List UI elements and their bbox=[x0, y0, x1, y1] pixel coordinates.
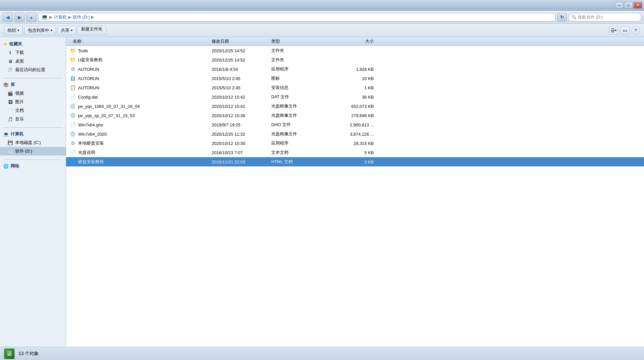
forward-button[interactable]: ▶ bbox=[15, 13, 24, 22]
table-row[interactable]: 📁 Tools 2020/12/25 14:52 文件夹 bbox=[66, 46, 644, 55]
search-input[interactable] bbox=[578, 15, 631, 20]
sidebar-item-drive-d[interactable]: 💿 软件 (D:) bbox=[0, 147, 66, 156]
file-name: U盘安装教程 bbox=[78, 57, 103, 63]
col-header-type[interactable]: 类型 bbox=[271, 38, 331, 44]
table-row[interactable]: 📄 光盘说明 2016/10/23 7:07 文本文档 5 KB bbox=[66, 148, 644, 157]
share-button[interactable]: 共享 ▾ bbox=[57, 26, 76, 35]
table-row[interactable]: 💿 Win7x64_2020 2020/12/25 11:32 光盘映像文件 3… bbox=[66, 129, 644, 139]
file-type: 文件夹 bbox=[271, 57, 331, 63]
file-date: 2020/10/12 15:36 bbox=[212, 113, 271, 118]
table-row[interactable]: 💿 pe_yqs_1064_20_07_31_16_04 2020/10/12 … bbox=[66, 102, 644, 111]
help-button[interactable]: ? bbox=[631, 26, 640, 35]
col-header-size[interactable]: 大小 bbox=[331, 38, 377, 44]
file-name: 硬盘安装教程 bbox=[78, 159, 104, 165]
sidebar-item-desktop[interactable]: 🖥 桌面 bbox=[0, 57, 66, 66]
minimize-button[interactable]: ─ bbox=[615, 2, 623, 9]
file-type: 光盘映像文件 bbox=[271, 112, 331, 118]
favorites-label: 收藏夹 bbox=[9, 41, 22, 47]
refresh-button[interactable]: ↻ bbox=[557, 13, 567, 22]
maximize-button[interactable]: □ bbox=[624, 2, 633, 9]
file-type-icon: 📄 bbox=[69, 121, 76, 128]
file-size: 10 KB bbox=[331, 76, 377, 81]
sidebar-item-drive-c[interactable]: 💾 本地磁盘 (C:) bbox=[0, 138, 66, 147]
organize-button[interactable]: 组织 ▾ bbox=[4, 26, 23, 35]
breadcrumb[interactable]: 💻 ▶ 计算机 ▶ 软件 (D:) ▶ bbox=[38, 13, 555, 22]
file-cell-name: 📋 AUTORUN bbox=[66, 84, 212, 91]
file-type: 文件夹 bbox=[271, 48, 331, 54]
file-name: Config.dat bbox=[78, 95, 98, 100]
table-row[interactable]: 🌐 硬盘安装教程 2016/11/21 22:03 HTML 文档 3 KB bbox=[66, 157, 644, 166]
file-name: AUTORUN bbox=[78, 85, 99, 90]
file-name: Tools bbox=[78, 48, 88, 53]
file-size: 36 KB bbox=[331, 95, 377, 100]
back-button[interactable]: ◀ bbox=[3, 13, 13, 22]
new-folder-button[interactable]: 新建文件夹 bbox=[77, 26, 106, 35]
file-type: DAT 文件 bbox=[271, 94, 331, 100]
table-row[interactable]: ⚙ AUTORUN 2016/1/8 4:54 应用程序 1,926 KB bbox=[66, 65, 644, 74]
library-section: 📚 库 🎬 视频 🖼 图片 📄 文档 🎵 音乐 bbox=[0, 80, 66, 123]
sidebar-item-download[interactable]: ⬇ 下载 bbox=[0, 48, 66, 57]
sidebar-item-music[interactable]: 🎵 音乐 bbox=[0, 115, 66, 123]
table-row[interactable]: 📁 U盘安装教程 2020/12/25 14:52 文件夹 bbox=[66, 55, 644, 65]
file-cell-name: 📄 Win7x64.gho bbox=[66, 121, 212, 128]
sidebar-item-doc[interactable]: 📄 文档 bbox=[0, 106, 66, 115]
main-layout: ★ 收藏夹 ⬇ 下载 🖥 桌面 ⏱ 最近访问的位置 📚 库 bbox=[0, 37, 644, 347]
table-row[interactable]: 📋 AUTORUN 2015/5/10 2:45 安装信息 1 KB bbox=[66, 83, 644, 92]
file-size: 279,696 KB bbox=[331, 113, 377, 118]
file-cell-name: ⚙ AUTORUN bbox=[66, 66, 212, 72]
file-type: 应用程序 bbox=[271, 66, 331, 72]
up-button[interactable]: ▲ bbox=[26, 13, 36, 22]
recent-label: 最近访问的位置 bbox=[15, 67, 45, 73]
library-label: 库 bbox=[11, 82, 15, 88]
file-type-icon: 📁 bbox=[69, 57, 76, 63]
preview-icon: ▭ bbox=[623, 28, 627, 33]
file-type: 图标 bbox=[271, 75, 331, 81]
table-row[interactable]: 📄 Win7x64.gho 2019/9/7 19:25 GHO 文件 2,90… bbox=[66, 120, 644, 129]
computer-label: 计算机 bbox=[11, 131, 23, 137]
breadcrumb-computer[interactable]: 计算机 bbox=[54, 14, 67, 20]
computer-section: 💻 计算机 💾 本地磁盘 (C:) 💿 软件 (D:) bbox=[0, 130, 66, 156]
drive-d-icon: 💿 bbox=[7, 148, 13, 154]
computer-header-icon: 💻 bbox=[3, 132, 9, 137]
col-header-date[interactable]: 修改日期 bbox=[212, 38, 271, 44]
file-cell-name: 💿 Win7x64_2020 bbox=[66, 131, 212, 137]
view-button[interactable]: ☰ ▾ bbox=[609, 26, 618, 35]
divider-1 bbox=[3, 78, 63, 78]
download-icon: ⬇ bbox=[7, 50, 13, 56]
address-bar: ◀ ▶ ▲ 💻 ▶ 计算机 ▶ 软件 (D:) ▶ ↻ 🔍 bbox=[0, 11, 644, 24]
sidebar-item-video[interactable]: 🎬 视频 bbox=[0, 89, 66, 98]
sidebar-item-image[interactable]: 🖼 图片 bbox=[0, 98, 66, 106]
file-date: 2020/12/25 14:52 bbox=[212, 48, 271, 53]
search-box[interactable]: 🔍 bbox=[569, 13, 641, 22]
breadcrumb-drive[interactable]: 软件 (D:) bbox=[73, 14, 90, 20]
preview-button[interactable]: ▭ bbox=[620, 26, 629, 35]
table-row[interactable]: 📄 Config.dat 2020/10/12 15:42 DAT 文件 36 … bbox=[66, 92, 644, 102]
divider-3 bbox=[3, 159, 63, 160]
file-date: 2015/5/10 2:45 bbox=[212, 85, 271, 90]
col-header-name[interactable]: 名称 bbox=[66, 38, 212, 44]
file-name: pe_yqs_1064_20_07_31_16_04 bbox=[78, 104, 140, 109]
file-type-icon: 🖼 bbox=[69, 75, 76, 82]
status-app-icon: 🖥 bbox=[4, 348, 15, 359]
table-row[interactable]: 🖼 AUTORUN 2015/5/10 2:45 图标 10 KB bbox=[66, 74, 644, 83]
file-date: 2015/5/10 2:45 bbox=[212, 76, 271, 81]
network-label: 网络 bbox=[11, 163, 19, 169]
file-list: 📁 Tools 2020/12/25 14:52 文件夹 📁 U盘安装教程 20… bbox=[66, 46, 644, 166]
network-section: 🌐 网络 bbox=[0, 162, 66, 170]
table-row[interactable]: ⚙ 本地硬盘安装 2020/10/12 15:30 应用程序 28,315 KB bbox=[66, 139, 644, 148]
file-date: 2019/9/7 19:25 bbox=[212, 122, 271, 127]
file-name: AUTORUN bbox=[78, 67, 99, 72]
view-icon: ☰ bbox=[611, 28, 615, 33]
file-type-icon: 💿 bbox=[69, 112, 76, 119]
file-size: 652,072 KB bbox=[331, 104, 377, 109]
music-icon: 🎵 bbox=[7, 116, 13, 122]
library-icon: 📚 bbox=[3, 82, 9, 87]
file-size: 3,874,126 ... bbox=[331, 132, 377, 137]
file-type: 安装信息 bbox=[271, 85, 331, 91]
sidebar-item-recent[interactable]: ⏱ 最近访问的位置 bbox=[0, 66, 66, 74]
table-row[interactable]: 💿 pe_yqs_xp_20_07_31_15_53 2020/10/12 15… bbox=[66, 111, 644, 120]
close-button[interactable]: ✕ bbox=[633, 2, 642, 9]
breadcrumb-sep-1: ▶ bbox=[49, 15, 53, 20]
include-button[interactable]: 包含到库中 ▾ bbox=[24, 26, 56, 35]
file-date: 2020/12/25 11:32 bbox=[212, 132, 271, 137]
